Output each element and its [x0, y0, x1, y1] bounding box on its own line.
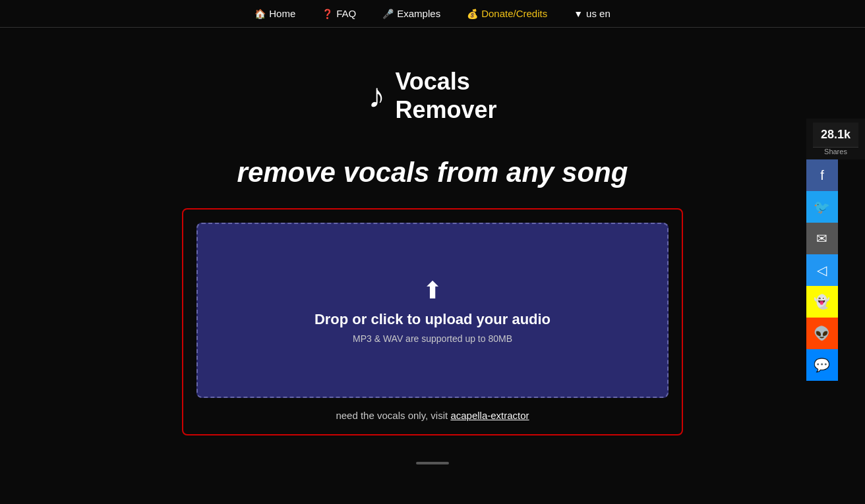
- page-title: remove vocals from any song: [237, 157, 628, 188]
- twitter-share-button[interactable]: 🐦: [806, 191, 838, 223]
- snapchat-icon: 👻: [814, 294, 830, 310]
- question-icon: ❓: [322, 9, 333, 19]
- messenger-share-button[interactable]: 💬: [806, 349, 838, 381]
- share-icon: ◁: [817, 262, 827, 278]
- acapella-extractor-link[interactable]: acapella-extractor: [450, 410, 529, 421]
- social-sidebar: 28.1k Shares f 🐦 ✉ ◁ 👻 👽 💬: [806, 119, 865, 381]
- scroll-indicator: [416, 462, 449, 464]
- facebook-share-button[interactable]: f: [806, 159, 838, 191]
- share-count: 28.1k: [813, 123, 858, 148]
- email-share-button[interactable]: ✉: [806, 223, 838, 254]
- logo-area: ♪ Vocals Remover: [368, 67, 496, 124]
- coin-icon: 💰: [467, 9, 478, 19]
- generic-share-button[interactable]: ◁: [806, 254, 838, 286]
- home-icon: 🏠: [254, 9, 266, 19]
- share-count-box: 28.1k Shares: [806, 119, 865, 159]
- email-icon: ✉: [816, 231, 827, 246]
- upload-icon: ⬆: [423, 277, 442, 304]
- upload-container: ⬆ Drop or click to upload your audio MP3…: [182, 208, 683, 435]
- facebook-icon: f: [820, 168, 824, 183]
- chevron-down-icon: ▼: [574, 9, 583, 19]
- messenger-icon: 💬: [814, 357, 830, 373]
- share-count-label: Shares: [813, 148, 858, 155]
- logo-text: Vocals Remover: [395, 67, 496, 124]
- nav-donate[interactable]: 💰 Donate/Credits: [467, 8, 547, 19]
- upload-main-text: Drop or click to upload your audio: [314, 311, 551, 328]
- reddit-share-button[interactable]: 👽: [806, 318, 838, 349]
- snapchat-share-button[interactable]: 👻: [806, 286, 838, 318]
- reddit-icon: 👽: [814, 325, 830, 341]
- nav-examples[interactable]: 🎤 Examples: [382, 8, 440, 19]
- music-note-icon: ♪: [368, 76, 385, 115]
- upload-dropzone[interactable]: ⬆ Drop or click to upload your audio MP3…: [196, 223, 669, 398]
- nav-home[interactable]: 🏠 Home: [254, 8, 295, 19]
- mic-icon: 🎤: [382, 9, 394, 19]
- upload-sub-text: MP3 & WAV are supported up to 80MB: [353, 333, 512, 344]
- nav-language[interactable]: ▼ us en: [574, 8, 611, 19]
- main-content: ♪ Vocals Remover remove vocals from any …: [0, 28, 865, 464]
- twitter-icon: 🐦: [814, 199, 830, 215]
- vocals-link-area: need the vocals only, visit acapella-ext…: [196, 410, 669, 421]
- nav-bar: 🏠 Home ❓ FAQ 🎤 Examples 💰 Donate/Credits…: [0, 0, 865, 28]
- nav-faq[interactable]: ❓ FAQ: [322, 8, 356, 19]
